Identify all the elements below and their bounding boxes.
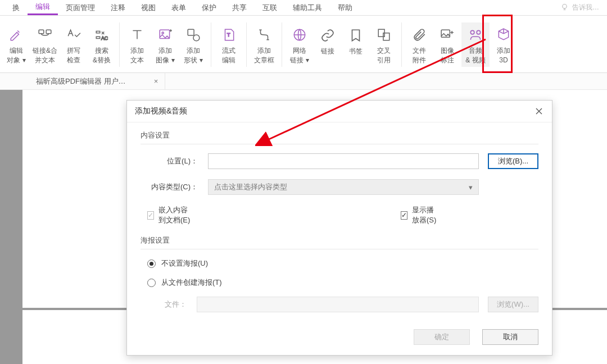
add-shape-button[interactable]: 添加 形状 ▾	[179, 22, 207, 66]
svg-text:T: T	[227, 32, 230, 38]
ribbon-toolbar: 编辑 对象 ▾ 链接&合 并文本 拼写 检查 AC 搜索 &替换 添加 文本 添…	[0, 16, 607, 73]
attachment-label: 文件 附件	[413, 46, 426, 64]
add-text-label: 添加 文本	[130, 46, 144, 64]
search-replace-button[interactable]: AC 搜索 &替换	[88, 22, 116, 66]
tell-me-search[interactable]: 告诉我…	[560, 3, 599, 13]
lightbulb-icon	[560, 3, 569, 13]
dialog-title: 添加视频&音频	[135, 106, 187, 116]
no-poster-label: 不设置海报(U)	[161, 258, 208, 269]
separator	[119, 22, 120, 67]
browse-poster-button: 浏览(W)...	[488, 297, 538, 312]
tab-convert[interactable]: 换	[4, 0, 28, 15]
spellcheck-label: 拼写 检查	[67, 46, 80, 64]
cross-ref-button[interactable]: 交叉 引用	[370, 22, 398, 66]
audio-video-label: 音频 & 视频	[465, 46, 485, 64]
cross-ref-label: 交叉 引用	[377, 46, 391, 64]
add-text-button[interactable]: 添加 文本	[123, 22, 151, 66]
menu-bar: 换 编辑 页面管理 注释 视图 表单 保护 共享 互联 辅助工具 帮助 告诉我…	[0, 0, 607, 16]
add-image-button[interactable]: 添加 图像 ▾	[151, 22, 179, 66]
link-merge-icon	[37, 27, 53, 43]
tab-page-management[interactable]: 页面管理	[58, 0, 103, 15]
tab-help[interactable]: 帮助	[330, 0, 360, 15]
edit-object-icon	[8, 27, 24, 43]
tab-accessibility[interactable]: 辅助工具	[285, 0, 330, 15]
image-annot-label: 图像 标注	[441, 46, 454, 64]
svg-point-0	[563, 4, 567, 8]
tab-share[interactable]: 共享	[224, 0, 255, 15]
close-icon[interactable]: ×	[154, 77, 158, 85]
svg-rect-1	[39, 30, 44, 34]
spellcheck-button[interactable]: 拼写 检查	[60, 22, 88, 66]
link-button[interactable]: 链接	[314, 23, 342, 67]
tab-protect[interactable]: 保护	[194, 0, 224, 15]
dialog-close-button[interactable]	[533, 105, 545, 117]
svg-point-7	[193, 35, 200, 41]
add-shape-label: 添加 形状 ▾	[184, 46, 202, 64]
tab-connect[interactable]: 互联	[255, 0, 285, 15]
from-file-label: 从文件创建海报(T)	[161, 277, 222, 288]
spellcheck-icon	[66, 27, 81, 43]
separator	[401, 22, 402, 67]
audio-video-button[interactable]: 音频 & 视频	[461, 22, 490, 66]
svg-rect-2	[46, 30, 51, 34]
audio-video-icon	[468, 27, 483, 43]
ok-button[interactable]: 确定	[414, 329, 470, 345]
bookmark-button[interactable]: 书签	[342, 23, 370, 67]
add-image-label: 添加 图像 ▾	[156, 46, 174, 64]
separator	[246, 22, 247, 67]
dialog-footer: 确定 取消	[141, 322, 538, 346]
tab-comment[interactable]: 注释	[103, 0, 133, 15]
attachment-icon	[411, 27, 427, 43]
add-video-audio-dialog: 添加视频&音频 内容设置 位置(L)： 浏览(B)... 内容类型(C)： 点击…	[126, 100, 552, 356]
svg-point-5	[162, 32, 164, 34]
tab-edit[interactable]: 编辑	[28, 0, 58, 15]
no-poster-radio[interactable]: 不设置海报(U)	[141, 258, 538, 269]
from-file-radio[interactable]: 从文件创建海报(T)	[141, 277, 538, 288]
attachment-button[interactable]: 文件 附件	[405, 22, 433, 66]
tab-view[interactable]: 视图	[133, 0, 164, 15]
search-replace-label: 搜索 &替换	[93, 46, 111, 64]
add-3d-label: 添加 3D	[497, 46, 510, 64]
poster-file-input	[197, 297, 479, 312]
article-box-icon	[256, 27, 272, 43]
svg-point-13	[470, 31, 474, 35]
web-link-button[interactable]: 网络 链接 ▾	[286, 22, 314, 66]
edit-object-button[interactable]: 编辑 对象 ▾	[2, 22, 30, 66]
article-box-button[interactable]: 添加 文章框	[250, 22, 278, 66]
document-tab-bar: 福昕高级PDF编辑器 用户… ×	[0, 73, 607, 90]
link-merge-button[interactable]: 链接&合 并文本	[30, 22, 60, 66]
content-settings-title: 内容设置	[141, 130, 538, 140]
image-annot-button[interactable]: 图像 标注	[433, 22, 461, 66]
bookmark-label: 书签	[349, 47, 363, 65]
show-player-label: 显示播放器(S)	[412, 205, 437, 225]
svg-point-14	[477, 31, 481, 35]
add-3d-button[interactable]: 添加 3D	[490, 22, 518, 66]
content-settings-section: 内容设置 位置(L)： 浏览(B)... 内容类型(C)： 点击这里选择内容类型…	[141, 130, 538, 225]
image-annot-icon	[440, 27, 455, 43]
edit-object-label: 编辑 对象 ▾	[7, 46, 25, 64]
show-player-checkbox[interactable]: ✓ 显示播放器(S)	[401, 205, 437, 225]
poster-settings-section: 海报设置 不设置海报(U) 从文件创建海报(T) 文件： 浏览(W)...	[141, 235, 538, 312]
tab-form[interactable]: 表单	[164, 0, 194, 15]
web-link-label: 网络 链接 ▾	[290, 46, 309, 64]
content-type-label: 内容类型(C)：	[141, 182, 208, 192]
location-input[interactable]	[208, 153, 479, 169]
bookmark-icon	[348, 28, 364, 43]
svg-rect-12	[441, 30, 450, 38]
separator	[282, 22, 282, 67]
add-image-icon	[157, 27, 173, 43]
content-type-select[interactable]: 点击这里选择内容类型 ▾	[208, 179, 479, 195]
document-tab[interactable]: 福昕高级PDF编辑器 用户… ×	[29, 73, 165, 89]
flow-edit-button[interactable]: T 流式 编辑	[215, 22, 243, 66]
link-label: 链接	[321, 47, 334, 65]
embed-checkbox[interactable]: ✓ 嵌入内容到文档(E)	[147, 205, 193, 225]
add-3d-icon	[496, 27, 511, 43]
svg-rect-6	[188, 30, 194, 36]
poster-settings-title: 海报设置	[141, 235, 538, 245]
cancel-button[interactable]: 取消	[482, 329, 538, 345]
add-shape-icon	[185, 27, 201, 43]
browse-location-button[interactable]: 浏览(B)...	[488, 153, 538, 169]
embed-label: 嵌入内容到文档(E)	[158, 205, 193, 225]
tell-me-placeholder: 告诉我…	[572, 3, 599, 12]
flow-edit-icon: T	[221, 27, 237, 43]
